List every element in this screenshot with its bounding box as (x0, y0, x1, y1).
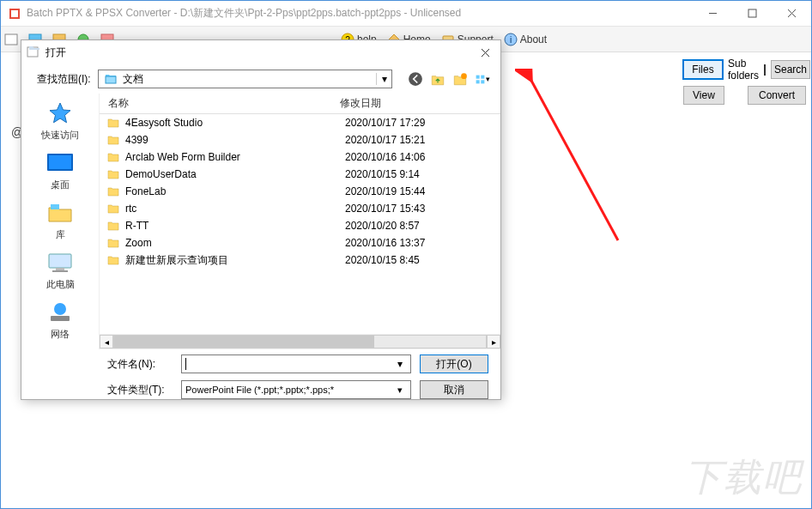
folder-icon (106, 219, 120, 233)
list-item[interactable]: FoneLab2020/10/19 15:44 (100, 183, 500, 200)
convert-button[interactable]: Convert (748, 86, 806, 105)
file-date: 2020/10/17 15:43 (345, 203, 474, 215)
column-name[interactable]: 名称 (100, 96, 340, 111)
dialog-titlebar: 打开 (21, 40, 500, 64)
lookup-label: 查找范围(I): (37, 72, 91, 87)
svg-rect-20 (106, 76, 116, 83)
place-desktop-label: 桌面 (51, 179, 70, 191)
svg-rect-24 (481, 75, 484, 78)
svg-point-21 (409, 72, 422, 86)
file-name: FoneLab (125, 185, 345, 197)
lookup-dropdown-icon[interactable]: ▾ (376, 73, 391, 85)
file-date: 2020/10/17 17:29 (345, 117, 474, 129)
lookup-combo[interactable]: 文档 ▾ (98, 70, 392, 88)
minimize-button[interactable] (693, 1, 732, 27)
about-icon: i (504, 33, 518, 46)
svg-rect-29 (51, 204, 59, 209)
file-name: DemoUserData (125, 168, 345, 180)
lookup-value: 文档 (123, 72, 376, 87)
file-date: 2020/10/20 8:57 (345, 220, 474, 232)
open-button[interactable]: 打开(O) (420, 354, 488, 373)
column-date[interactable]: 修改日期 (340, 96, 469, 111)
toolbar-item-1[interactable] (4, 33, 18, 46)
file-date: 2020/10/15 9:14 (345, 168, 474, 180)
folder-icon (106, 253, 120, 267)
list-item[interactable]: Arclab Web Form Builder2020/10/16 14:06 (100, 148, 500, 166)
toolbar-about-label: About (520, 33, 547, 45)
titlebar: Batch PPTX & PPSX Converter - D:\新建文件夹\P… (1, 1, 811, 27)
file-date: 2020/10/19 15:44 (345, 185, 474, 197)
view-button[interactable]: View (683, 86, 724, 105)
place-libraries-label: 库 (56, 228, 65, 241)
list-item[interactable]: DemoUserData2020/10/15 9:14 (100, 166, 500, 183)
list-item[interactable]: 4Easysoft Studio2020/10/17 17:29 (100, 114, 500, 131)
list-item[interactable]: rtc2020/10/17 15:43 (100, 200, 500, 217)
up-icon[interactable] (430, 71, 445, 87)
place-thispc[interactable]: 此电脑 (26, 250, 94, 291)
sub-folders-checkbox[interactable] (764, 64, 766, 76)
folder-icon (106, 133, 120, 147)
filetype-dropdown-icon[interactable]: ▾ (393, 385, 407, 396)
place-desktop[interactable]: 桌面 (26, 150, 94, 191)
svg-rect-26 (481, 80, 484, 83)
nav-icons: ▾ (408, 71, 490, 87)
scroll-right-icon[interactable]: ▸ (487, 335, 500, 348)
maximize-button[interactable] (732, 1, 772, 27)
file-name: 4399 (125, 134, 345, 146)
cancel-button[interactable]: 取消 (420, 380, 488, 399)
filetype-field[interactable]: PowerPoint File (*.ppt;*.pptx;*.pps;* ▾ (181, 380, 411, 399)
back-icon[interactable] (408, 71, 423, 87)
svg-text:i: i (510, 35, 512, 45)
list-item[interactable]: R-TT2020/10/20 8:57 (100, 217, 500, 234)
file-date: 2020/10/17 15:21 (345, 134, 474, 146)
svg-rect-34 (51, 316, 70, 321)
svg-rect-28 (49, 155, 71, 169)
place-thispc-label: 此电脑 (46, 278, 75, 291)
file-name: Arclab Web Form Builder (125, 151, 345, 163)
toolbar-about[interactable]: i About (504, 33, 547, 46)
place-network[interactable]: 网络 (26, 300, 94, 341)
new-folder-icon[interactable] (452, 71, 468, 87)
filetype-label: 文件类型(T): (107, 383, 173, 397)
dialog-title: 打开 (45, 45, 66, 60)
dialog-body: 快速访问 桌面 库 此电脑 网络 名称 修改日期 (21, 94, 500, 349)
places-bar: 快速访问 桌面 库 此电脑 网络 (21, 94, 99, 349)
svg-rect-2 (11, 10, 18, 17)
folder-icon (106, 185, 120, 198)
search-button[interactable]: Search (771, 60, 810, 79)
place-quickaccess[interactable]: 快速访问 (26, 100, 94, 142)
close-button[interactable] (772, 1, 811, 27)
svg-rect-30 (49, 254, 71, 268)
filename-dropdown-icon[interactable]: ▾ (393, 358, 407, 370)
file-date: 2020/10/16 13:37 (345, 237, 474, 249)
window-controls (693, 1, 811, 27)
file-name: 4Easysoft Studio (125, 117, 345, 129)
network-icon (45, 300, 76, 325)
list-header: 名称 修改日期 (100, 94, 500, 114)
dialog-close-button[interactable] (475, 44, 495, 61)
right-panel: r Files Sub folders Search r View Conver… (639, 59, 806, 106)
place-quickaccess-label: 快速访问 (41, 129, 79, 142)
folder-icon (106, 236, 120, 250)
view-menu-icon[interactable]: ▾ (475, 71, 490, 87)
svg-point-22 (461, 73, 467, 79)
list-item[interactable]: 43992020/10/17 15:21 (100, 131, 500, 148)
svg-rect-32 (52, 270, 68, 272)
documents-icon (104, 72, 118, 86)
list-item[interactable]: 新建世新展示查询项目2020/10/15 8:45 (100, 251, 500, 269)
filename-field[interactable]: ▾ (181, 354, 411, 373)
horizontal-scrollbar[interactable]: ◂ ▸ (100, 334, 500, 349)
svg-point-33 (54, 303, 66, 315)
files-button[interactable]: Files (683, 60, 723, 79)
list-item[interactable]: Zoom2020/10/16 13:37 (100, 234, 500, 251)
app-icon (8, 7, 21, 21)
file-date: 2020/10/16 14:06 (345, 151, 474, 163)
file-name: rtc (125, 203, 345, 215)
place-libraries[interactable]: 库 (26, 200, 94, 241)
quickaccess-icon (45, 100, 76, 126)
svg-rect-4 (748, 9, 756, 17)
sub-folders-label: Sub folders (728, 58, 759, 82)
open-dialog: 打开 查找范围(I): 文档 ▾ ▾ 快速访问 (21, 39, 501, 400)
folder-icon (106, 202, 120, 215)
scroll-left-icon[interactable]: ◂ (100, 335, 113, 348)
